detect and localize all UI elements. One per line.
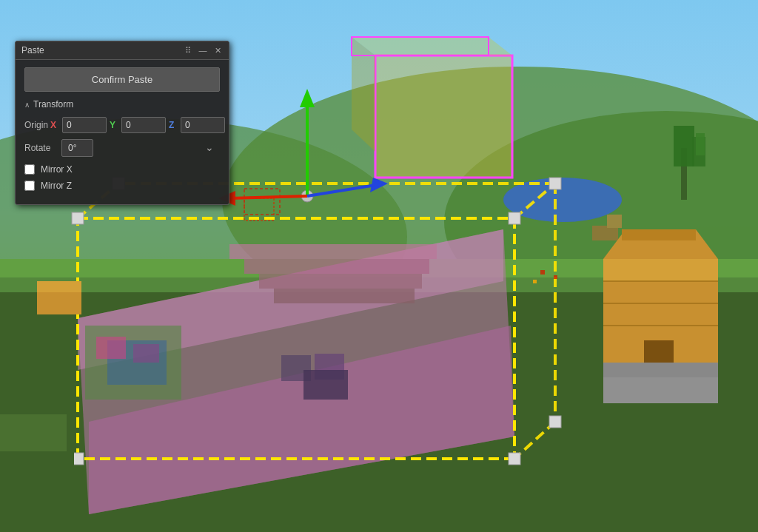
panel-controls: ⠿ — ✕	[183, 45, 223, 55]
svg-rect-46	[549, 178, 561, 189]
svg-rect-75	[37, 281, 81, 292]
rotate-label: Rotate	[24, 143, 61, 153]
svg-rect-22	[229, 244, 437, 259]
transform-label: Transform	[33, 99, 73, 110]
panel-body: Confirm Paste ∧ Transform Origin X Y Z R…	[16, 60, 229, 204]
svg-rect-32	[303, 370, 348, 400]
svg-rect-73	[533, 280, 537, 283]
mirror-x-checkbox[interactable]	[24, 164, 35, 175]
svg-rect-45	[509, 453, 520, 465]
svg-rect-43	[509, 212, 520, 224]
svg-rect-18	[607, 215, 622, 228]
svg-rect-78	[0, 414, 67, 451]
svg-rect-15	[696, 133, 705, 155]
panel-titlebar[interactable]: Paste ⠿ — ✕	[16, 41, 229, 60]
transform-section-header: ∧ Transform	[24, 99, 220, 110]
panel-title: Paste	[21, 45, 44, 55]
minimize-button[interactable]: —	[198, 45, 208, 55]
svg-rect-28	[96, 337, 126, 359]
svg-rect-72	[554, 275, 557, 279]
svg-rect-13	[674, 126, 694, 166]
svg-rect-57	[622, 229, 696, 240]
confirm-paste-button[interactable]: Confirm Paste	[24, 67, 220, 92]
rotate-row: Rotate 0° 90° 180° 270°	[24, 139, 220, 157]
svg-rect-42	[72, 212, 84, 224]
origin-label: Origin	[24, 120, 50, 130]
coord-group: X Y Z	[50, 117, 225, 133]
mirror-x-row: Mirror X	[24, 164, 220, 175]
paste-panel: Paste ⠿ — ✕ Confirm Paste ∧ Transform Or…	[15, 41, 229, 205]
rotate-select[interactable]: 0° 90° 180° 270°	[61, 139, 93, 157]
svg-rect-63	[603, 377, 718, 403]
svg-rect-23	[244, 259, 429, 274]
svg-rect-77	[0, 444, 74, 532]
svg-rect-55	[603, 259, 718, 281]
svg-rect-25	[274, 289, 415, 303]
close-button[interactable]: ✕	[212, 45, 223, 55]
x-coord-label: X	[50, 120, 59, 130]
mirror-z-row: Mirror Z	[24, 181, 220, 191]
transform-chevron-icon: ∧	[24, 101, 30, 109]
svg-rect-24	[259, 274, 422, 289]
rotate-wrapper: 0° 90° 180° 270°	[61, 139, 220, 157]
z-coord-label: Z	[169, 120, 178, 130]
svg-rect-71	[540, 270, 545, 275]
mirror-z-label: Mirror Z	[41, 181, 72, 191]
grip-icon: ⠿	[183, 45, 193, 55]
svg-rect-47	[549, 416, 561, 428]
origin-row: Origin X Y Z	[24, 117, 220, 133]
z-coord-input[interactable]	[181, 117, 225, 133]
svg-rect-49	[375, 55, 512, 178]
mirror-x-label: Mirror X	[41, 164, 73, 175]
x-coord-input[interactable]	[62, 117, 107, 133]
y-coord-input[interactable]	[121, 117, 166, 133]
y-coord-label: Y	[110, 120, 118, 130]
mirror-z-checkbox[interactable]	[24, 181, 35, 191]
svg-rect-74	[37, 289, 81, 314]
svg-rect-29	[133, 344, 159, 363]
